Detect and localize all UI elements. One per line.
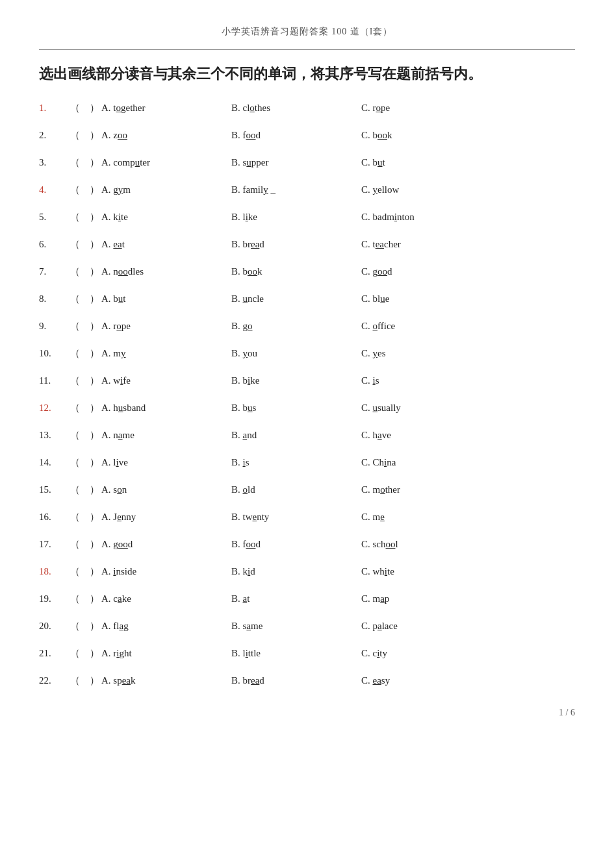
options: A. but B. uncle C. blue [101, 291, 575, 306]
option-c: C. school [361, 536, 491, 552]
bracket-close: ） [90, 100, 101, 116]
option-b: B. is [231, 454, 361, 470]
option-a: A. zoo [101, 127, 231, 143]
table-row: 5. （ ） A. kite B. like C. badminton [39, 209, 575, 225]
option-a: A. kite [101, 209, 231, 225]
option-b: B. supper [231, 155, 361, 170]
option-a: A. wife [101, 373, 231, 388]
bracket-close: ） [90, 509, 101, 525]
options: A. together B. clothes C. rope [101, 100, 575, 116]
table-row: 15. （ ） A. son B. old C. mother [39, 482, 575, 497]
option-c: C. white [361, 564, 491, 579]
question-number: 10. [39, 345, 70, 361]
question-number: 13. [39, 427, 70, 443]
table-row: 9. （ ） A. rope B. go C. office [39, 318, 575, 334]
bracket-open: （ [70, 127, 90, 143]
question-number: 8. [39, 291, 70, 306]
table-row: 12. （ ） A. husband B. bus C. usually [39, 400, 575, 415]
table-row: 22. （ ） A. speak B. bread C. easy [39, 673, 575, 688]
option-b: B. twenty [231, 509, 361, 525]
bracket-close: ） [90, 427, 101, 443]
option-b: B. food [231, 536, 361, 552]
question-number: 11. [39, 373, 70, 388]
bracket-close: ） [90, 482, 101, 497]
option-a: A. husband [101, 400, 231, 415]
option-a: A. inside [101, 564, 231, 579]
option-c: C. yes [361, 345, 491, 361]
options: A. husband B. bus C. usually [101, 400, 575, 415]
option-a: A. flag [101, 618, 231, 634]
bracket-open: （ [70, 373, 90, 388]
bracket-open: （ [70, 618, 90, 634]
table-row: 14. （ ） A. live B. is C. China [39, 454, 575, 470]
options: A. noodles B. book C. good [101, 264, 575, 279]
bracket-open: （ [70, 673, 90, 688]
bracket-open: （ [70, 155, 90, 170]
option-b: B. bread [231, 236, 361, 252]
options: A. Jenny B. twenty C. me [101, 509, 575, 525]
question-number: 17. [39, 536, 70, 552]
question-number: 18. [39, 564, 70, 579]
option-b: B. bike [231, 373, 361, 388]
question-number: 21. [39, 645, 70, 661]
question-number: 14. [39, 454, 70, 470]
table-row: 2. （ ） A. zoo B. food C. book [39, 127, 575, 143]
option-c: C. but [361, 155, 491, 170]
option-b: B. like [231, 209, 361, 225]
bracket-close: ） [90, 318, 101, 334]
option-a: A. live [101, 454, 231, 470]
options: A. right B. little C. city [101, 645, 575, 661]
option-c: C. city [361, 645, 491, 661]
question-number: 5. [39, 209, 70, 225]
options: A. son B. old C. mother [101, 482, 575, 497]
table-row: 10. （ ） A. my B. you C. yes [39, 345, 575, 361]
option-a: A. together [101, 100, 231, 116]
option-b: B. book [231, 264, 361, 279]
option-c: C. usually [361, 400, 491, 415]
option-b: B. bus [231, 400, 361, 415]
options: A. my B. you C. yes [101, 345, 575, 361]
option-a: A. computer [101, 155, 231, 170]
bracket-open: （ [70, 100, 90, 116]
option-c: C. rope [361, 100, 491, 116]
option-c: C. teacher [361, 236, 491, 252]
option-b: B. at [231, 591, 361, 606]
option-a: A. right [101, 645, 231, 661]
option-a: A. Jenny [101, 509, 231, 525]
bracket-open: （ [70, 400, 90, 415]
option-c: C. palace [361, 618, 491, 634]
option-b: B. little [231, 645, 361, 661]
question-list: 1. （ ） A. together B. clothes C. rope 2.… [39, 100, 575, 688]
option-a: A. eat [101, 236, 231, 252]
question-number: 6. [39, 236, 70, 252]
options: A. inside B. kid C. white [101, 564, 575, 579]
table-row: 7. （ ） A. noodles B. book C. good [39, 264, 575, 279]
bracket-close: ） [90, 155, 101, 170]
option-c: C. badminton [361, 209, 491, 225]
option-a: A. speak [101, 673, 231, 688]
table-row: 1. （ ） A. together B. clothes C. rope [39, 100, 575, 116]
option-a: A. name [101, 427, 231, 443]
option-c: C. China [361, 454, 491, 470]
instruction: 选出画线部分读音与其余三个不同的单词，将其序号写在题前括号内。 [39, 64, 575, 84]
option-c: C. easy [361, 673, 491, 688]
option-c: C. yellow [361, 182, 491, 197]
question-number: 12. [39, 400, 70, 415]
bracket-open: （ [70, 318, 90, 334]
bracket-open: （ [70, 454, 90, 470]
option-a: A. gym [101, 182, 231, 197]
bracket-close: ） [90, 673, 101, 688]
table-row: 13. （ ） A. name B. and C. have [39, 427, 575, 443]
table-row: 21. （ ） A. right B. little C. city [39, 645, 575, 661]
bracket-close: ） [90, 291, 101, 306]
option-a: A. good [101, 536, 231, 552]
bracket-open: （ [70, 591, 90, 606]
options: A. cake B. at C. map [101, 591, 575, 606]
bracket-close: ） [90, 182, 101, 197]
bracket-close: ） [90, 127, 101, 143]
options: A. flag B. same C. palace [101, 618, 575, 634]
question-number: 15. [39, 482, 70, 497]
options: A. rope B. go C. office [101, 318, 575, 334]
question-number: 20. [39, 618, 70, 634]
option-c: C. blue [361, 291, 491, 306]
